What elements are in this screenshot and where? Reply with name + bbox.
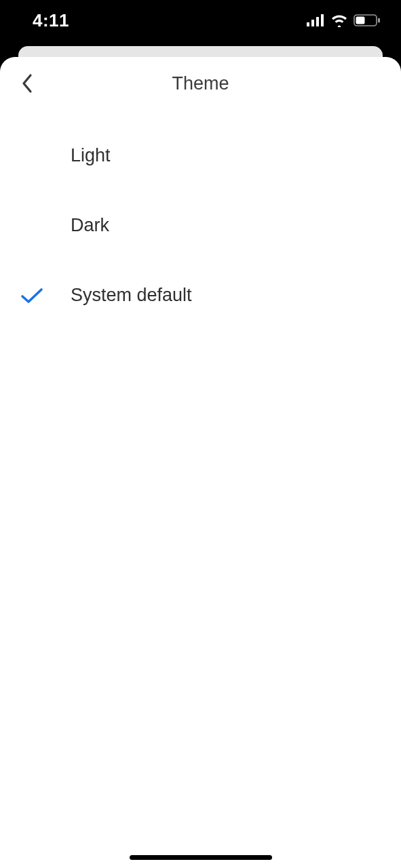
status-time: 4:11 [33,10,69,31]
home-indicator[interactable] [130,855,272,860]
svg-rect-1 [311,20,314,26]
theme-option-dark[interactable]: Dark [0,191,401,260]
cellular-icon [307,14,325,26]
svg-rect-0 [307,22,309,26]
svg-rect-2 [316,17,319,26]
back-button[interactable] [12,68,42,98]
option-label: Dark [71,215,109,236]
option-label: System default [71,285,192,306]
theme-sheet: Theme Light Dark System default [0,57,401,868]
status-icons [307,14,381,27]
svg-rect-6 [378,18,380,23]
page-title: Theme [172,73,229,94]
sheet-header: Theme [0,57,401,110]
theme-option-light[interactable]: Light [0,121,401,191]
status-bar: 4:11 [0,0,401,41]
check-slot [20,287,71,304]
svg-rect-5 [356,17,365,24]
battery-icon [354,14,381,26]
theme-option-system-default[interactable]: System default [0,260,401,330]
theme-options-list: Light Dark System default [0,110,401,330]
option-label: Light [71,145,111,166]
device-frame: 4:11 [0,0,401,868]
chevron-left-icon [20,73,34,94]
wifi-icon [330,14,348,27]
svg-rect-3 [321,14,324,26]
checkmark-icon [20,287,43,304]
